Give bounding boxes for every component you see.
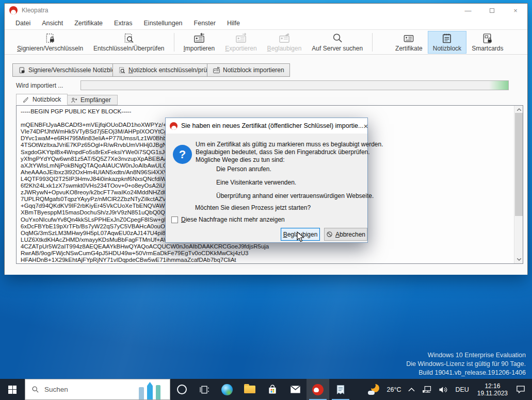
- taskbar-store-button[interactable]: [261, 379, 284, 400]
- cancel-button[interactable]: Abbrechen: [324, 228, 367, 241]
- toolbar-smartcards-button[interactable]: Smartcards: [466, 31, 508, 54]
- menu-einstellungen[interactable]: Einstellungen: [138, 18, 188, 29]
- kleopatra-icon: [170, 122, 178, 130]
- tab-recipients[interactable]: Empfänger: [64, 95, 118, 105]
- close-icon: ×: [363, 122, 368, 130]
- sign-encrypt-icon: [44, 32, 56, 44]
- chevron-up-icon: [517, 108, 521, 111]
- toolbar-notepad-button[interactable]: Notizblock: [428, 31, 466, 54]
- menu-hilfe[interactable]: Hilfe: [221, 18, 246, 29]
- taskbar-task-view-button[interactable]: [193, 379, 216, 400]
- toolbar-decrypt-verify-button[interactable]: Entschlüsseln/Überprüfen: [88, 31, 169, 54]
- taskbar-cortana-button[interactable]: [170, 379, 193, 400]
- weather-temperature[interactable]: 26°C: [383, 379, 405, 400]
- menu-fenster[interactable]: Fenster: [188, 18, 221, 29]
- sign-encrypt-notepad-label: Signiere/Verschlüssele Notizblock: [28, 66, 121, 74]
- cancel-prohibition-icon: [326, 231, 333, 238]
- toolbar-separator: [372, 33, 373, 52]
- search-highlight-skyline: [137, 380, 167, 399]
- network-tray-button[interactable]: [418, 379, 435, 400]
- notepad-icon: [441, 32, 453, 44]
- clock-time: 12:16: [485, 382, 500, 390]
- scroll-up-arrow[interactable]: [514, 106, 523, 113]
- building-shape: [147, 382, 153, 399]
- dialog-option: Überprüfung anhand einer vertrauenswürdi…: [216, 192, 374, 199]
- task-view-icon: [199, 385, 209, 395]
- title-bar[interactable]: Kleopatra — ×: [5, 4, 527, 17]
- menu-bar: Datei Ansicht Zertifikate Extras Einstel…: [5, 17, 527, 30]
- import-notepad-button[interactable]: Notizblock importieren: [207, 63, 290, 77]
- menu-datei[interactable]: Datei: [10, 18, 36, 29]
- editor-scrollbar[interactable]: [514, 106, 523, 263]
- taskbar-search-box[interactable]: [25, 379, 170, 400]
- start-button[interactable]: [0, 379, 25, 400]
- decrypt-verify-notepad-label: Notizblock entschlüsseln/prüfen: [128, 66, 216, 74]
- building-shape: [156, 385, 160, 399]
- close-icon: ×: [513, 7, 518, 14]
- toolbar-export-button: Exportieren: [220, 31, 262, 54]
- dialog-title-bar[interactable]: Sie haben ein neues Zertifikat (öffentli…: [166, 118, 367, 134]
- tray-overflow-button[interactable]: [405, 379, 418, 400]
- desktop: Windows 10 Enterprise Evaluation Die Win…: [0, 0, 532, 400]
- clock-date: 19.11.2023: [477, 390, 508, 397]
- taskbar-clock[interactable]: 12:16 19.11.2023: [473, 379, 512, 400]
- search-input[interactable]: [44, 386, 122, 393]
- tab-notepad[interactable]: Notizblock: [16, 94, 68, 105]
- sign-encrypt-notepad-button[interactable]: Signiere/Verschlüssele Notizblock: [12, 63, 127, 77]
- taskbar-file-explorer-button[interactable]: [238, 379, 261, 400]
- toolbar-certificates-button[interactable]: Zertifikate: [390, 31, 428, 54]
- taskbar-notepad-app-button[interactable]: [329, 379, 352, 400]
- decrypt-verify-notepad-button[interactable]: Notizblock entschlüsseln/prüfen: [112, 63, 221, 77]
- taskbar-kleopatra-button[interactable]: [307, 379, 329, 400]
- certificate-imported-dialog: Sie haben ein neues Zertifikat (öffentli…: [165, 118, 368, 243]
- minimize-button[interactable]: —: [456, 4, 480, 17]
- maximize-icon: [490, 8, 494, 13]
- maximize-button[interactable]: [480, 4, 504, 17]
- network-ethernet-icon: [422, 386, 431, 394]
- toolbar-import-button[interactable]: Importieren: [179, 31, 220, 54]
- dialog-close-button[interactable]: ×: [363, 118, 368, 134]
- mail-icon: [290, 385, 301, 394]
- weather-tray-item[interactable]: [364, 379, 383, 400]
- menu-ansicht[interactable]: Ansicht: [36, 18, 69, 29]
- toolbar-certificates-label: Zertifikate: [395, 45, 423, 52]
- toolbar-server-search-button[interactable]: Auf Server suchen: [307, 31, 368, 54]
- export-certificate-icon: [235, 32, 247, 44]
- mouse-cursor: [296, 231, 305, 243]
- cortana-icon: [177, 385, 187, 394]
- question-glyph: ?: [179, 148, 186, 161]
- search-server-icon: [331, 32, 344, 44]
- toolbar: Signieren/Verschlüsseln Entschlüsseln/Üb…: [5, 30, 527, 55]
- chevron-down-icon: [517, 258, 521, 261]
- watermark-line: Windows 10 Enterprise Evaluation: [406, 351, 526, 360]
- dont-ask-again-checkbox[interactable]: [171, 216, 178, 223]
- import-certificate-icon: [193, 32, 205, 44]
- cancel-button-label: Abbrechen: [335, 231, 365, 238]
- toolbar-sign-encrypt-button[interactable]: Signieren/Verschlüsseln: [12, 31, 88, 54]
- import-notepad-label: Notizblock importieren: [223, 66, 284, 74]
- toolbar-certify-label: Beglaubigen: [267, 45, 302, 52]
- scroll-down-arrow[interactable]: [514, 256, 523, 263]
- keyboard-language[interactable]: DEU: [452, 379, 472, 400]
- building-shape: [139, 387, 144, 399]
- toolbar-separator: [174, 33, 174, 52]
- taskbar-edge-button[interactable]: [216, 379, 238, 400]
- volume-tray-button[interactable]: [435, 379, 452, 400]
- close-button[interactable]: ×: [504, 4, 527, 17]
- action-center-button[interactable]: [512, 379, 529, 400]
- toolbar-export-label: Exportieren: [225, 45, 256, 52]
- toolbar-notepad-label: Notizblock: [433, 45, 461, 52]
- system-tray: 26°C DEU 12:16: [364, 379, 532, 400]
- toolbar-decrypt-verify-label: Entschlüsseln/Überprüfen: [93, 45, 164, 52]
- notification-bubble-icon: [516, 385, 525, 394]
- menu-extras[interactable]: Extras: [108, 18, 138, 29]
- tab-recipients-label: Empfänger: [80, 96, 111, 104]
- smartcards-icon: [481, 32, 494, 44]
- decrypt-verify-notepad-icon: [118, 66, 126, 74]
- scrollbar-thumb[interactable]: [515, 113, 523, 216]
- import-notepad-icon: [213, 66, 220, 74]
- menu-zertifikate[interactable]: Zertifikate: [69, 18, 108, 29]
- taskbar-mail-button[interactable]: [284, 379, 307, 400]
- pen-icon: [23, 96, 29, 103]
- window-controls: — ×: [456, 4, 527, 17]
